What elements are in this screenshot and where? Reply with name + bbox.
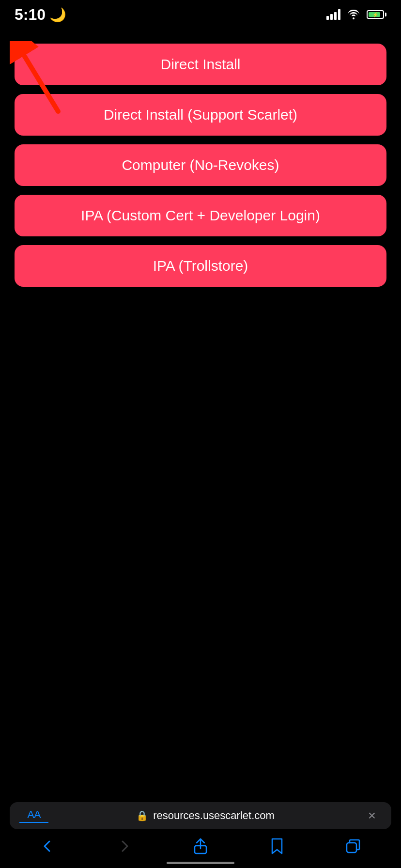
svg-rect-3 xyxy=(347,843,356,852)
signal-bar-4 xyxy=(338,9,340,20)
browser-back-button[interactable] xyxy=(33,834,62,858)
browser-tabs-button[interactable] xyxy=(339,834,368,858)
computer-no-revokes-button[interactable]: Computer (No-Revokes) xyxy=(15,144,386,186)
wifi-icon xyxy=(347,10,360,19)
time-display: 5:10 xyxy=(15,6,46,24)
battery-fill: ⚡ xyxy=(369,12,380,17)
signal-bar-2 xyxy=(330,14,333,20)
ipa-trollstore-label: IPA (Trollstore) xyxy=(153,258,248,274)
lock-icon: 🔒 xyxy=(136,810,148,822)
home-indicator xyxy=(167,862,234,864)
ipa-custom-cert-label: IPA (Custom Cert + Developer Login) xyxy=(81,207,320,223)
signal-bar-3 xyxy=(334,12,337,20)
browser-nav-bar xyxy=(0,829,401,863)
browser-share-button[interactable] xyxy=(186,834,215,858)
aa-label: AA xyxy=(27,808,40,821)
battery-icon: ⚡ xyxy=(367,10,386,19)
browser-url-field[interactable]: 🔒 resources.usescarlet.com xyxy=(53,809,357,822)
battery-body: ⚡ xyxy=(367,10,384,19)
status-bar: 5:10 🌙 ⚡ xyxy=(0,0,401,29)
browser-forward-button[interactable] xyxy=(109,834,139,858)
browser-address-bar[interactable]: AA 🔒 resources.usescarlet.com × xyxy=(10,802,391,829)
direct-install-label: Direct Install xyxy=(160,56,240,72)
battery-bolt-icon: ⚡ xyxy=(372,12,378,17)
browser-close-button[interactable]: × xyxy=(362,808,382,823)
battery-tip xyxy=(385,13,386,16)
direct-install-button[interactable]: Direct Install xyxy=(15,44,386,85)
direct-install-support-button[interactable]: Direct Install (Support Scarlet) xyxy=(15,94,386,136)
ipa-custom-cert-button[interactable]: IPA (Custom Cert + Developer Login) xyxy=(15,195,386,236)
ipa-trollstore-button[interactable]: IPA (Trollstore) xyxy=(15,245,386,287)
moon-icon: 🌙 xyxy=(49,7,66,23)
status-right-icons: ⚡ xyxy=(326,9,386,20)
main-content: Direct Install Direct Install (Support S… xyxy=(0,34,401,296)
url-text: resources.usescarlet.com xyxy=(153,809,275,822)
aa-underline xyxy=(19,822,48,823)
signal-bar-1 xyxy=(326,16,329,20)
browser-url-row: AA 🔒 resources.usescarlet.com × xyxy=(19,808,382,823)
signal-bars-icon xyxy=(326,9,340,20)
computer-no-revokes-label: Computer (No-Revokes) xyxy=(122,157,279,173)
browser-aa-button[interactable]: AA xyxy=(19,808,48,823)
status-time: 5:10 🌙 xyxy=(15,6,66,24)
browser-bookmark-button[interactable] xyxy=(262,834,292,858)
direct-install-support-label: Direct Install (Support Scarlet) xyxy=(104,107,297,123)
